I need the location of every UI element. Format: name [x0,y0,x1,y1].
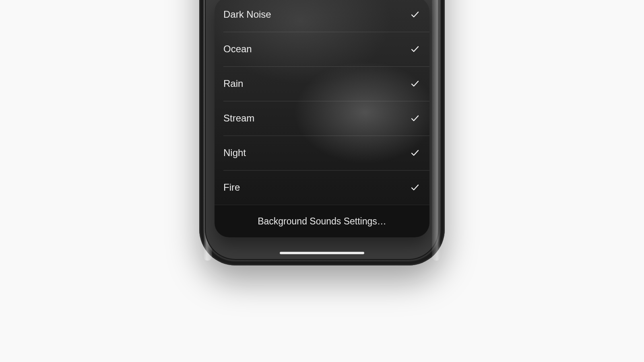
sound-option-dark-noise[interactable]: Dark Noise [215,0,429,32]
sound-option-label: Dark Noise [223,9,271,20]
checkmark-icon [409,182,421,193]
background-sounds-card: Dark Noise Ocean Rain [215,0,429,237]
checkmark-icon [409,9,421,20]
checkmark-icon [409,78,421,89]
checkmark-icon [409,113,421,124]
sound-option-label: Stream [223,113,254,124]
sound-option-fire[interactable]: Fire [215,170,429,205]
sound-option-night[interactable]: Night [215,136,429,170]
sound-option-stream[interactable]: Stream [215,101,429,136]
sound-option-label: Ocean [223,43,252,55]
sound-list: Dark Noise Ocean Rain [215,0,429,205]
phone-screen: Dark Noise Ocean Rain [205,0,439,260]
stage: Dark Noise Ocean Rain [0,0,644,362]
sound-option-ocean[interactable]: Ocean [215,32,429,66]
background-sounds-settings-button[interactable]: Background Sounds Settings… [215,205,429,237]
sound-option-label: Rain [223,78,243,89]
sound-option-label: Night [223,147,246,158]
checkmark-icon [409,147,421,158]
phone-frame: Dark Noise Ocean Rain [199,0,445,265]
sound-option-rain[interactable]: Rain [215,66,429,101]
sound-option-label: Fire [223,182,240,193]
settings-label: Background Sounds Settings… [258,216,386,227]
home-indicator[interactable] [280,252,364,254]
checkmark-icon [409,43,421,55]
